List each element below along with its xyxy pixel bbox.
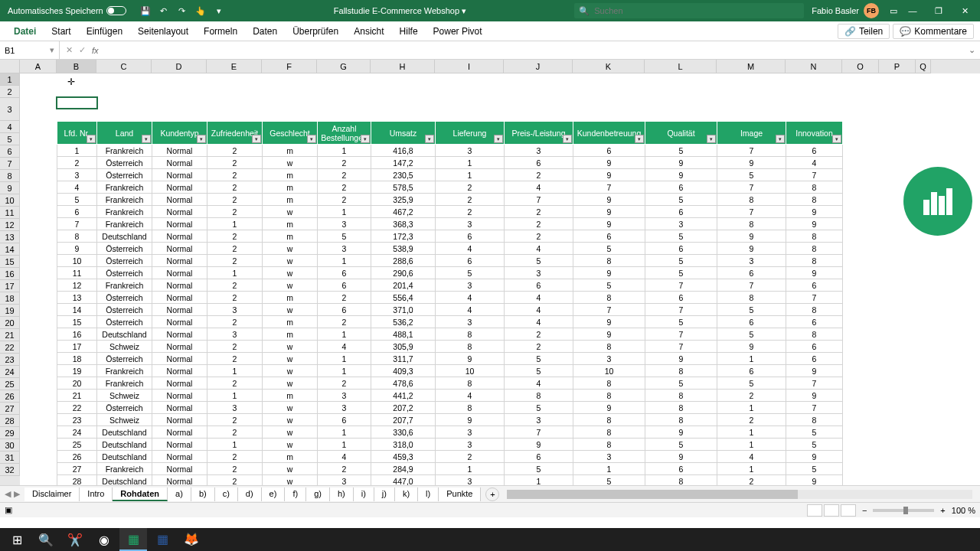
table-cell[interactable]: Normal — [152, 157, 207, 169]
minimize-button[interactable]: — — [900, 0, 925, 21]
table-cell[interactable]: 7 — [573, 304, 645, 316]
table-cell[interactable]: Österreich — [97, 267, 152, 279]
table-cell[interactable]: w — [263, 267, 318, 279]
table-cell[interactable]: 8 — [645, 365, 717, 377]
table-cell[interactable]: 2 — [436, 194, 505, 206]
row-header-3[interactable]: 3 — [0, 98, 20, 121]
table-cell[interactable]: 3 — [318, 402, 371, 414]
table-cell[interactable]: 9 — [717, 157, 786, 169]
table-cell[interactable]: 5 — [505, 255, 573, 267]
table-cell[interactable]: 1 — [207, 365, 263, 377]
col-header-H[interactable]: H — [371, 60, 435, 73]
table-cell[interactable]: 8 — [786, 181, 843, 194]
table-cell[interactable]: 3 — [505, 267, 573, 279]
table-cell[interactable]: Frankreich — [97, 377, 152, 390]
table-cell[interactable]: Normal — [152, 365, 207, 377]
table-cell[interactable]: 27 — [57, 463, 97, 475]
col-header-C[interactable]: C — [96, 60, 152, 73]
table-cell[interactable]: 1 — [318, 439, 371, 451]
table-cell[interactable]: 2 — [207, 463, 263, 475]
table-cell[interactable]: Normal — [152, 206, 207, 218]
table-cell[interactable]: 2 — [505, 328, 573, 341]
col-header-K[interactable]: K — [573, 60, 645, 73]
table-cell[interactable]: 9 — [645, 157, 717, 169]
sheet-tab[interactable]: d) — [238, 487, 262, 501]
table-cell[interactable]: Frankreich — [97, 365, 152, 377]
filter-icon[interactable]: ▾ — [307, 135, 316, 143]
table-cell[interactable]: Schweiz — [97, 341, 152, 353]
table-cell[interactable]: 6 — [505, 451, 573, 463]
table-row[interactable]: 11ÖsterreichNormal1w6290,6539569 — [57, 267, 843, 279]
col-header-L[interactable]: L — [645, 60, 717, 73]
table-cell[interactable]: Schweiz — [97, 390, 152, 402]
table-cell[interactable]: 3 — [645, 218, 717, 230]
toggle-switch[interactable] — [106, 6, 126, 15]
table-cell[interactable]: 4 — [505, 243, 573, 255]
filter-icon[interactable]: ▾ — [142, 135, 151, 143]
row-header-13[interactable]: 13 — [0, 231, 20, 243]
row-header-21[interactable]: 21 — [0, 329, 20, 341]
table-cell[interactable]: 7 — [57, 218, 97, 230]
table-cell[interactable]: Frankreich — [97, 463, 152, 475]
table-cell[interactable]: 325,9 — [371, 194, 436, 206]
table-cell[interactable]: 9 — [717, 243, 786, 255]
table-cell[interactable]: Frankreich — [97, 218, 152, 230]
table-cell[interactable]: 5 — [786, 439, 843, 451]
table-cell[interactable]: Normal — [152, 414, 207, 426]
table-cell[interactable]: 8 — [573, 292, 645, 304]
table-cell[interactable]: Frankreich — [97, 181, 152, 194]
table-cell[interactable]: Deutschland — [97, 426, 152, 439]
table-cell[interactable]: 3 — [207, 328, 263, 341]
table-cell[interactable]: 5 — [505, 402, 573, 414]
table-cell[interactable]: 3 — [318, 218, 371, 230]
table-cell[interactable]: Normal — [152, 353, 207, 365]
table-cell[interactable]: 7 — [645, 328, 717, 341]
table-cell[interactable]: 2 — [318, 463, 371, 475]
table-cell[interactable]: 5 — [505, 365, 573, 377]
table-cell[interactable]: 8 — [645, 414, 717, 426]
page-layout-view-button[interactable] — [824, 504, 839, 517]
table-cell[interactable]: 1 — [318, 365, 371, 377]
table-cell[interactable]: Normal — [152, 451, 207, 463]
table-cell[interactable]: 21 — [57, 390, 97, 402]
table-cell[interactable]: 6 — [505, 157, 573, 169]
table-cell[interactable]: Schweiz — [97, 414, 152, 426]
zoom-out-button[interactable]: − — [862, 506, 867, 515]
table-cell[interactable]: 23 — [57, 414, 97, 426]
table-cell[interactable]: 5 — [645, 316, 717, 328]
table-cell[interactable]: 5 — [57, 194, 97, 206]
table-cell[interactable]: Deutschland — [97, 328, 152, 341]
table-cell[interactable]: 9 — [573, 218, 645, 230]
table-row[interactable]: 10ÖsterreichNormal2w1288,6658538 — [57, 255, 843, 267]
table-cell[interactable]: 8 — [786, 304, 843, 316]
table-cell[interactable]: 4 — [436, 292, 505, 304]
table-cell[interactable]: 9 — [645, 426, 717, 439]
table-cell[interactable]: 2 — [207, 181, 263, 194]
table-cell[interactable]: 9 — [786, 390, 843, 402]
table-cell[interactable]: 6 — [645, 463, 717, 475]
table-row[interactable]: 28DeutschlandNormal2w3447,0315829 — [57, 475, 843, 486]
sheet-tab[interactable]: f) — [285, 487, 306, 501]
table-cell[interactable]: 2 — [436, 206, 505, 218]
table-cell[interactable]: 9 — [786, 218, 843, 230]
table-header[interactable]: Anzahl Bestellungen▾ — [318, 122, 371, 145]
table-cell[interactable]: 2 — [505, 341, 573, 353]
table-cell[interactable]: 1 — [318, 206, 371, 218]
table-row[interactable]: 3ÖsterreichNormal2m2230,5129957 — [57, 169, 843, 181]
table-cell[interactable]: 9 — [645, 451, 717, 463]
zoom-level[interactable]: 100 % — [952, 506, 975, 515]
table-cell[interactable]: 5 — [505, 463, 573, 475]
table-cell[interactable]: 6 — [717, 365, 786, 377]
filter-icon[interactable]: ▾ — [87, 135, 96, 143]
table-cell[interactable]: 4 — [436, 243, 505, 255]
search-box[interactable]: 🔍 — [574, 3, 804, 18]
sheet-tab[interactable]: c) — [215, 487, 238, 501]
table-cell[interactable]: 8 — [573, 390, 645, 402]
col-header-O[interactable]: O — [842, 60, 879, 73]
table-cell[interactable]: Normal — [152, 267, 207, 279]
redo-icon[interactable]: ↷ — [175, 4, 189, 18]
table-cell[interactable]: Normal — [152, 475, 207, 486]
filter-icon[interactable]: ▾ — [425, 135, 434, 143]
fx-label[interactable]: fx — [92, 46, 99, 55]
accept-formula-icon[interactable]: ✓ — [79, 45, 86, 55]
